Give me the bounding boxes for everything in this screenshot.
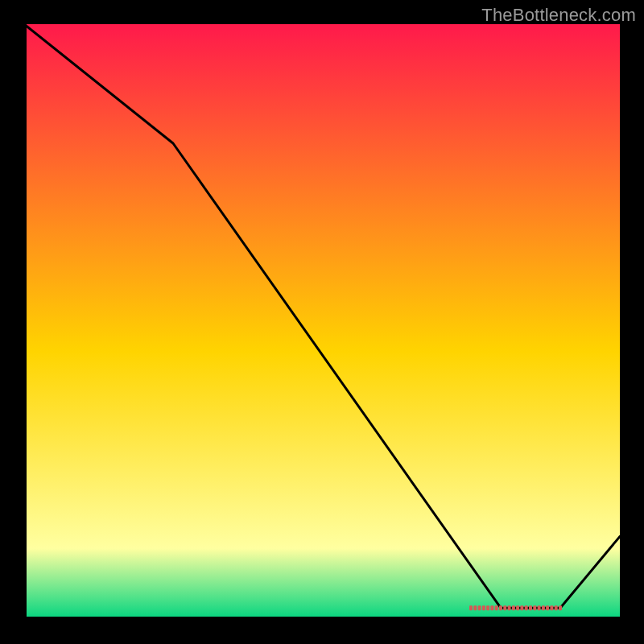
optimal-marker-dot: [555, 605, 558, 610]
optimal-marker-dot: [525, 605, 528, 610]
optimal-marker-dot: [542, 605, 545, 610]
optimal-marker-dot: [490, 605, 493, 610]
optimal-marker-dot: [499, 605, 502, 610]
optimal-marker-dot: [495, 605, 498, 610]
optimal-marker-dot: [503, 605, 506, 610]
optimal-marker-dot: [486, 605, 489, 610]
optimal-marker-dot: [520, 605, 523, 610]
optimal-marker-dot: [508, 605, 511, 610]
optimal-marker-dot: [478, 605, 481, 610]
chart-stage: TheBottleneck.com: [0, 0, 644, 644]
optimal-marker-dot: [529, 605, 532, 610]
optimal-marker-dot: [538, 605, 541, 610]
optimal-marker-dot: [546, 605, 549, 610]
optimal-marker-dot: [469, 605, 473, 610]
optimal-marker-dot: [512, 605, 515, 610]
watermark-text: TheBottleneck.com: [481, 5, 636, 26]
plot-background: [24, 24, 620, 620]
plot-area: [24, 24, 620, 620]
optimal-marker-dot: [473, 605, 477, 610]
optimal-marker-dot: [550, 605, 553, 610]
optimal-marker-dot: [533, 605, 536, 610]
optimal-marker-dot: [516, 605, 519, 610]
optimal-marker-dot: [559, 605, 562, 610]
optimal-marker-dot: [482, 605, 485, 610]
chart-svg: [24, 24, 620, 620]
